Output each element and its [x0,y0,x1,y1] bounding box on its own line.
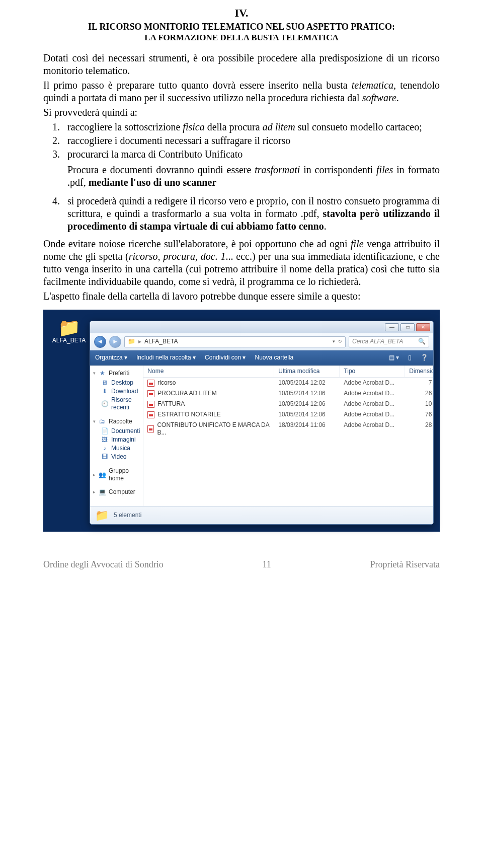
sidebar-desktop[interactable]: 🖥Desktop [93,379,140,387]
list-body: procurarci la marca di Contributo Unific… [67,148,440,161]
heading-line-1: IL RICORSO MONITORIO TELEMATICO NEL SUO … [43,21,440,33]
text-italic: software [362,92,396,103]
file-name: ricorso [157,379,176,387]
sidebar-label: Documenti [111,427,140,435]
back-button[interactable]: ◄ [94,336,106,348]
sidebar-label: Desktop [111,379,133,387]
sidebar-label: Video [111,453,126,461]
music-icon: ♪ [101,445,108,452]
homegroup-icon: 👥 [99,471,106,479]
column-headers[interactable]: Nome Ultima modifica Tipo Dimensione [143,366,434,378]
file-size: 7 KB [405,379,434,387]
documents-icon: 📄 [101,427,108,435]
ordered-list-4: 4. si procederà quindi a redigere il ric… [43,195,440,233]
list-num: 2. [43,134,67,147]
text: Procura e documenti dovranno quindi esse… [67,164,255,175]
pdf-icon [147,401,154,408]
sidebar-musica[interactable]: ♪Musica [93,444,140,453]
list-body: si procederà quindi a redigere il ricors… [67,195,440,233]
minimize-button[interactable]: — [385,323,399,331]
view-mode-button[interactable]: ▤ ▾ [389,354,399,361]
sidebar-raccolte[interactable]: ▾🗂Raccolte [93,418,140,425]
table-row[interactable]: CONTRIBUTO UNIFICATO E MARCA DA B... 18/… [143,420,434,438]
file-name: ESTRATTO NOTARILE [157,411,220,418]
search-placeholder: Cerca ALFA_BETA [352,338,403,345]
file-date: 18/03/2014 11:06 [274,421,340,437]
para-intro-3: Si provvederà quindi a: [43,106,440,119]
col-type[interactable]: Tipo [340,366,405,377]
file-size: 10 KB [405,400,434,408]
file-date: 10/05/2014 12:02 [274,379,340,387]
maximize-button[interactable]: ▭ [400,323,415,331]
tool-organizza[interactable]: Organizza ▾ [95,354,127,361]
table-row[interactable]: PROCURA AD LITEM 10/05/2014 12:06 Adobe … [143,388,434,399]
para-intro-2: Il primo passo è preparare tutto quanto … [43,79,440,104]
desktop-folder-icon[interactable]: 📁 ALFA_BETA [51,319,87,344]
sidebar-label: Preferiti [109,370,129,377]
refresh-icon[interactable]: ↻ [338,339,342,344]
breadcrumb[interactable]: 📁 ▸ ALFA_BETA ▾ ↻ [124,336,346,347]
close-button[interactable]: ✕ [416,323,430,331]
chevron-down-icon[interactable]: ▾ [333,339,335,344]
search-input[interactable]: Cerca ALFA_BETA 🔍 [349,336,429,347]
file-name: CONTRIBUTO UNIFICATO E MARCA DA B... [157,421,270,437]
forward-button[interactable]: ► [109,336,121,348]
tool-condividi[interactable]: Condividi con ▾ [205,354,246,361]
file-size: 28 KB [405,421,434,437]
desktop-folder-label: ALFA_BETA [51,337,87,344]
table-row[interactable]: ESTRATTO NOTARILE 10/05/2014 12:06 Adobe… [143,409,434,420]
file-type: Adobe Acrobat D... [340,389,405,398]
desktop-background: 📁 ALFA_BETA — ▭ ✕ ◄ ► 📁 ▸ ALFA_BETA ▾ ↻ … [43,310,440,532]
file-type: Adobe Acrobat D... [340,400,405,408]
list-body: raccogliere la sottoscrizione fisica del… [67,121,440,133]
sidebar-video[interactable]: 🎞Video [93,453,140,461]
sidebar-recenti[interactable]: 🕘Risorse recenti [93,396,140,412]
file-size: 26 KB [405,389,434,398]
preview-pane-button[interactable]: ▯ [408,354,412,361]
table-row[interactable]: FATTURA 10/05/2014 12:06 Adobe Acrobat D… [143,399,434,409]
sidebar-documenti[interactable]: 📄Documenti [93,427,140,436]
help-button[interactable]: ❔ [421,354,428,361]
para-3: L'aspetto finale della cartella di lavor… [43,290,440,303]
list-item: 4. si procederà quindi a redigere il ric… [43,195,440,233]
page-footer: Ordine degli Avvocati di Sondrio 11 Prop… [43,559,440,570]
sidebar-preferiti[interactable]: ▾★Preferiti [93,370,140,377]
pdf-icon [147,411,154,418]
chevron-right-icon: ▸ [93,489,96,495]
text: sul consueto modello cartaceo; [295,121,422,132]
col-size[interactable]: Dimensione [405,366,434,377]
file-date: 10/05/2014 12:06 [274,410,340,419]
tool-nuova-cartella[interactable]: Nuova cartella [255,354,293,361]
para-2: Onde evitare noiose ricerche sull'elabor… [43,238,440,288]
sidebar-label: Gruppo home [109,467,140,482]
sidebar-download[interactable]: ⬇Download [93,387,140,396]
sidebar-label: Computer [109,488,135,496]
sidebar-label: Risorse recenti [111,396,140,411]
text-italic: telematica [352,80,393,91]
chevron-down-icon: ▾ [93,371,96,376]
col-name[interactable]: Nome [143,366,274,377]
sidebar-label: Immagini [111,436,136,444]
ordered-list: 1. raccogliere la sottoscrizione fisica … [43,121,440,161]
download-icon: ⬇ [101,388,108,395]
col-date[interactable]: Ultima modifica [274,366,340,377]
tool-includi[interactable]: Includi nella raccolta ▾ [136,354,196,361]
sidebar-gruppo-home[interactable]: ▸👥Gruppo home [93,467,140,482]
chevron-down-icon: ▾ [93,419,96,424]
pdf-icon [147,380,154,387]
list-num: 3. [43,148,67,161]
content-area: ▾★Preferiti 🖥Desktop ⬇Download 🕘Risorse … [90,366,433,506]
text-italic: ricorso, procura, doc. 1 [129,251,226,262]
sidebar-immagini[interactable]: 🖼Immagini [93,436,140,444]
table-row[interactable]: ricorso 10/05/2014 12:02 Adobe Acrobat D… [143,378,434,388]
file-type: Adobe Acrobat D... [340,410,405,419]
sidebar-computer[interactable]: ▸💻Computer [93,488,140,496]
text: Il primo passo è preparare tutto quanto … [43,80,352,91]
indent-para: Procura e documenti dovranno quindi esse… [67,164,440,189]
titlebar: — ▭ ✕ [90,321,433,333]
list-body: raccogliere i documenti necessari a suff… [67,134,440,147]
text: . [396,92,399,103]
heading-iv: IV. [43,6,440,20]
text-bold: mediante l'uso di uno scanner [89,177,216,188]
desktop-icon: 🖥 [101,379,108,387]
